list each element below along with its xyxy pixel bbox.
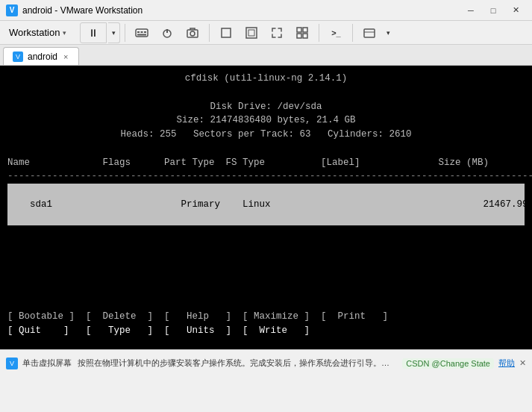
fit-guest-icon <box>220 27 232 39</box>
minimize-button[interactable]: ─ <box>460 3 481 18</box>
tab-bar: V android × <box>0 45 532 66</box>
svg-rect-16 <box>364 29 375 37</box>
android-tab-label: android <box>28 52 57 62</box>
help-link[interactable]: 帮助 <box>498 358 515 369</box>
unity-button[interactable] <box>290 22 314 43</box>
fit-window-button[interactable] <box>240 22 263 43</box>
app-icon: V <box>6 4 18 16</box>
menu-bar: Workstation ▾ ⏸ ▾ <box>0 21 532 45</box>
size-line: Size: 21474836480 bytes, 21.4 GB <box>7 113 525 128</box>
separator-3 <box>319 24 319 42</box>
power-icon <box>161 27 173 39</box>
status-left: V 单击虚拟屏幕 <box>6 358 72 369</box>
fit-guest-button[interactable] <box>214 22 238 43</box>
pause-button[interactable]: ⏸ <box>80 22 107 43</box>
tabs-icon <box>363 27 375 39</box>
workstation-dropdown-arrow: ▾ <box>63 29 66 37</box>
keyboard-icon <box>135 28 148 38</box>
disk-drive-line: Disk Drive: /dev/sda <box>7 100 525 114</box>
workstation-menu[interactable]: Workstation ▾ <box>3 24 72 41</box>
svg-rect-3 <box>144 31 146 33</box>
csdn-badge: CSDN @Change State <box>402 358 494 369</box>
window-title: android - VMware Workstation <box>22 5 460 16</box>
window-controls: ─ □ ✕ <box>460 3 526 18</box>
fit-window-icon <box>245 27 257 39</box>
svg-point-8 <box>190 31 195 36</box>
heads-line: Heads: 255 Sectors per Track: 63 Cylinde… <box>7 128 525 142</box>
blank-line-1 <box>7 86 525 100</box>
menu-line-2: [ Quit ] [ Type ] [ Units ] [ Write ] <box>7 324 525 338</box>
workstation-label: Workstation <box>9 27 60 38</box>
send-ctrl-alt-del-button[interactable] <box>130 22 154 43</box>
blank-line-2 <box>7 142 525 156</box>
separator-line: ----------------------------------------… <box>7 169 525 184</box>
fullscreen-icon <box>271 27 283 39</box>
click-vm-label: 单击虚拟屏幕 <box>22 358 72 369</box>
svg-rect-2 <box>141 31 143 33</box>
svg-rect-10 <box>246 28 257 38</box>
android-tab-close[interactable]: × <box>62 52 69 62</box>
pause-dropdown[interactable]: ▾ <box>108 22 120 43</box>
status-bar: V 单击虚拟屏幕 按照在物理计算机中的步骤安装客户操作系统。完成安装后，操作系统… <box>0 349 532 376</box>
svg-rect-12 <box>297 28 301 32</box>
title-bar: V android - VMware Workstation ─ □ ✕ <box>0 0 532 21</box>
vm-status-icon: V <box>6 358 18 369</box>
svg-rect-11 <box>248 30 254 36</box>
vm-content[interactable]: cfdisk (util-linux-ng 2.14.1) Disk Drive… <box>0 66 532 349</box>
maximize-button[interactable]: □ <box>483 3 504 18</box>
svg-rect-4 <box>137 34 146 35</box>
column-header: Name Flags Part Type FS Type [Label] Siz… <box>7 156 525 170</box>
console-icon: >_ <box>331 28 341 37</box>
fullscreen-button[interactable] <box>265 22 289 43</box>
separator-1 <box>125 24 125 42</box>
status-close[interactable]: ✕ <box>519 358 526 368</box>
snapshot-button[interactable] <box>181 22 204 43</box>
power-button[interactable] <box>155 22 179 43</box>
go-to-tabs-button[interactable] <box>357 22 381 43</box>
console-button[interactable]: >_ <box>324 22 348 43</box>
tabs-dropdown[interactable]: ▾ <box>383 22 393 43</box>
svg-rect-13 <box>303 28 307 32</box>
menu-line-1: [ Bootable ] [ Delete ] [ Help ] [ Maxim… <box>7 310 525 324</box>
svg-rect-14 <box>297 34 301 38</box>
snapshot-icon <box>187 27 198 39</box>
status-right: CSDN @Change State 帮助 ✕ <box>402 358 526 369</box>
svg-rect-15 <box>303 34 307 38</box>
svg-rect-1 <box>137 31 140 33</box>
android-tab[interactable]: V android × <box>3 47 79 65</box>
partition-name: sda1 Primary Linux 21467.99 <box>30 199 528 210</box>
close-button[interactable]: ✕ <box>505 3 526 18</box>
android-tab-icon: V <box>13 52 23 62</box>
status-description: 按照在物理计算机中的步骤安装客户操作系统。完成安装后，操作系统会进行引导。此时单 <box>78 358 396 369</box>
unity-icon <box>296 27 308 39</box>
cfdisk-title: cfdisk (util-linux-ng 2.14.1) <box>7 72 525 86</box>
svg-rect-9 <box>222 28 231 37</box>
separator-4 <box>352 24 353 42</box>
partition-row: sda1 Primary Linux 21467.99 <box>7 184 525 225</box>
separator-2 <box>209 24 210 42</box>
